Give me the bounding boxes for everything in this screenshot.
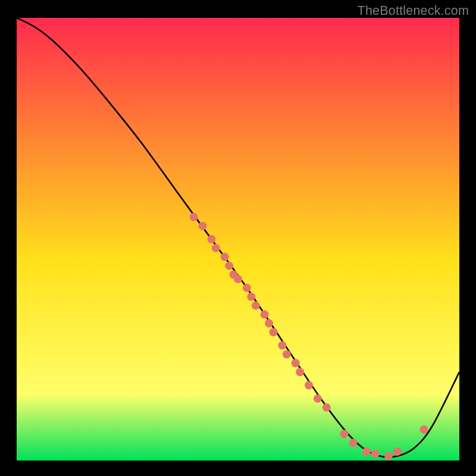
data-point [234, 275, 242, 283]
data-point [243, 284, 251, 292]
data-point [314, 394, 322, 403]
data-point [296, 368, 304, 376]
data-point [362, 447, 371, 456]
data-point [283, 350, 291, 358]
data-point [207, 235, 215, 243]
bottleneck-chart [17, 18, 459, 461]
data-point [322, 403, 331, 412]
data-point [349, 439, 357, 447]
data-point [384, 452, 393, 461]
data-point [198, 222, 206, 230]
data-point [247, 293, 255, 301]
data-point [278, 342, 286, 350]
data-point [265, 319, 273, 327]
data-point [261, 310, 269, 318]
watermark-text: TheBottleneck.com [358, 4, 469, 18]
data-point [419, 425, 428, 434]
data-point [305, 381, 313, 390]
data-point [393, 447, 402, 456]
data-point [225, 262, 233, 270]
data-point [371, 450, 380, 458]
data-point [221, 253, 229, 261]
data-point [340, 430, 349, 438]
app-stage: TheBottleneck.com [0, 0, 476, 476]
plot-background [17, 18, 459, 461]
data-point [190, 213, 198, 221]
data-point [292, 359, 300, 367]
data-point [270, 328, 278, 336]
data-point [252, 302, 260, 310]
data-point [212, 244, 220, 252]
